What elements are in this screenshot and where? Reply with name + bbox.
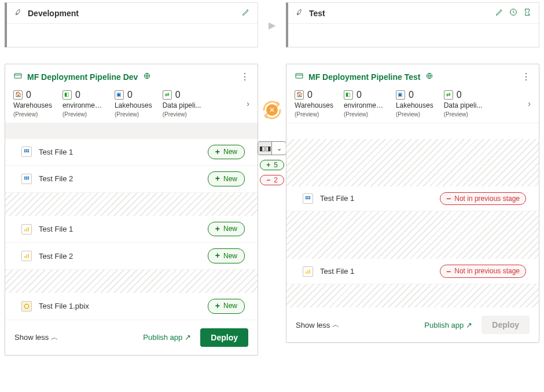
- stat-datapipelines[interactable]: ⇄0 Data pipeli... (Preview): [444, 89, 483, 118]
- svg-rect-18: [24, 256, 25, 258]
- list-item[interactable]: Test File 2 +New: [5, 166, 258, 193]
- pipeline-icon: ⇄: [163, 90, 172, 100]
- stat-warehouses[interactable]: 🏠0 Warehouses (Preview): [295, 89, 333, 118]
- publish-text: Publish app: [424, 321, 464, 329]
- workspace-dev-title: MF Deployment Pipeline Dev: [27, 72, 138, 82]
- compare-side-left: ◧◨: [258, 142, 272, 155]
- compare-column: ✕ ◧◨ ⌄ +5 −2: [260, 98, 284, 185]
- publish-text: Publish app: [143, 333, 182, 342]
- stat-environments[interactable]: ◧0 environmen... (Preview): [63, 89, 104, 118]
- rules-icon[interactable]: [523, 8, 532, 19]
- lakehouse-icon: ▣: [115, 90, 124, 100]
- stage-arrow-icon: ▶: [269, 20, 275, 31]
- svg-rect-15: [24, 229, 25, 232]
- item-name: Test File 1: [320, 194, 433, 203]
- list-item[interactable]: Test File 1 +New: [5, 139, 258, 166]
- stat-preview: (Preview): [163, 111, 201, 118]
- stat-label: environmen...: [344, 101, 385, 109]
- section-divider: [5, 270, 258, 293]
- svg-point-27: [306, 198, 307, 199]
- kebab-menu[interactable]: ⋮: [240, 72, 249, 82]
- list-item[interactable]: Test File 1 −Not in previous stage: [286, 259, 539, 284]
- sync-status[interactable]: ✕: [260, 98, 284, 122]
- item-name: Test File 1: [39, 148, 201, 156]
- stats-next-icon[interactable]: ›: [247, 99, 249, 108]
- stage-test-body: [288, 24, 539, 47]
- stat-warehouses[interactable]: 🏠0 Warehouses (Preview): [13, 89, 52, 118]
- removed-count-pill[interactable]: −2: [260, 175, 284, 185]
- svg-rect-16: [26, 228, 27, 231]
- svg-rect-17: [28, 227, 29, 232]
- dataset-icon: [21, 174, 32, 184]
- stat-lakehouses[interactable]: ▣0 Lakehouses (Preview): [396, 89, 433, 118]
- compare-view-toggle[interactable]: ◧◨ ⌄: [258, 141, 286, 155]
- added-count-pill[interactable]: +5: [260, 160, 284, 170]
- new-badge: +New: [208, 248, 245, 263]
- badge-text: New: [223, 147, 237, 157]
- stat-count: 0: [75, 89, 80, 100]
- publish-app-link[interactable]: Publish app ↗: [424, 321, 472, 329]
- stage-card-development[interactable]: Development: [5, 2, 258, 47]
- svg-point-4: [26, 150, 27, 151]
- new-badge: +New: [208, 222, 245, 237]
- show-less-text: Show less: [14, 333, 49, 342]
- new-badge: +New: [208, 171, 245, 186]
- pencil-icon[interactable]: [241, 8, 251, 19]
- badge-text: New: [223, 224, 237, 234]
- stat-preview: (Preview): [444, 111, 483, 118]
- svg-rect-32: [309, 269, 310, 274]
- svg-point-11: [28, 177, 29, 178]
- open-icon: ↗: [466, 321, 472, 329]
- chevron-up-icon: ︿: [332, 320, 340, 330]
- stat-lakehouses[interactable]: ▣0 Lakehouses (Preview): [115, 89, 152, 118]
- report-icon: [21, 251, 32, 261]
- svg-point-14: [28, 178, 29, 179]
- kebab-menu[interactable]: ⋮: [521, 72, 531, 82]
- pencil-icon[interactable]: [495, 8, 504, 19]
- removed-count: 2: [274, 176, 278, 184]
- svg-rect-19: [26, 255, 27, 258]
- pipeline-icon: ⇄: [444, 90, 453, 100]
- workspace-test-title: MF Deployment Pipeline Test: [308, 72, 420, 82]
- item-name: Test File 1.pbix: [39, 302, 201, 310]
- stat-environments[interactable]: ◧0 environmen... (Preview): [344, 89, 385, 118]
- dev-stats-row: 🏠0 Warehouses (Preview) ◧0 environmen...…: [5, 89, 258, 123]
- publish-app-link[interactable]: Publish app ↗: [143, 333, 191, 342]
- section-divider: [5, 123, 258, 139]
- stat-count: 0: [175, 89, 181, 100]
- show-less-text: Show less: [296, 321, 330, 329]
- stat-label: Warehouses: [295, 101, 333, 109]
- stat-datapipelines[interactable]: ⇄0 Data pipeli... (Preview): [163, 89, 201, 118]
- not-in-previous-badge: −Not in previous stage: [440, 265, 526, 278]
- stage-card-test[interactable]: Test: [286, 2, 539, 47]
- list-item[interactable]: Test File 1.pbix +New: [5, 293, 258, 320]
- added-count: 5: [274, 161, 278, 169]
- workspace-icon: [295, 71, 304, 82]
- rocket-icon: [295, 8, 304, 19]
- stat-label: Data pipeli...: [444, 101, 483, 109]
- deploy-button[interactable]: Deploy: [200, 328, 248, 347]
- stats-next-icon[interactable]: ›: [528, 99, 531, 108]
- list-item[interactable]: Test File 1 −Not in previous stage: [286, 186, 539, 212]
- test-stats-row: 🏠0 Warehouses (Preview) ◧0 environmen...…: [286, 89, 539, 123]
- section-divider: [286, 211, 539, 259]
- svg-point-5: [28, 150, 29, 151]
- show-less-link[interactable]: Show less ︿: [14, 332, 58, 343]
- stat-count: 0: [26, 89, 31, 100]
- badge-text: New: [223, 251, 237, 261]
- lakehouse-icon: ▣: [396, 90, 405, 100]
- section-divider: [286, 123, 539, 139]
- rocket-icon: [14, 8, 23, 19]
- list-item[interactable]: Test File 1 +New: [5, 216, 258, 243]
- list-item[interactable]: Test File 2 +New: [5, 243, 258, 270]
- stat-label: Warehouses: [13, 101, 52, 109]
- show-less-link[interactable]: Show less ︿: [296, 320, 340, 330]
- report-icon: [21, 224, 32, 235]
- svg-point-24: [306, 196, 307, 197]
- history-icon[interactable]: [509, 8, 518, 19]
- svg-point-7: [26, 152, 27, 153]
- workspace-card-dev: MF Deployment Pipeline Dev ⋮ 🏠0 Warehous…: [5, 64, 258, 356]
- dataset-icon: [303, 193, 313, 204]
- svg-point-13: [26, 178, 27, 179]
- stat-preview: (Preview): [63, 111, 104, 118]
